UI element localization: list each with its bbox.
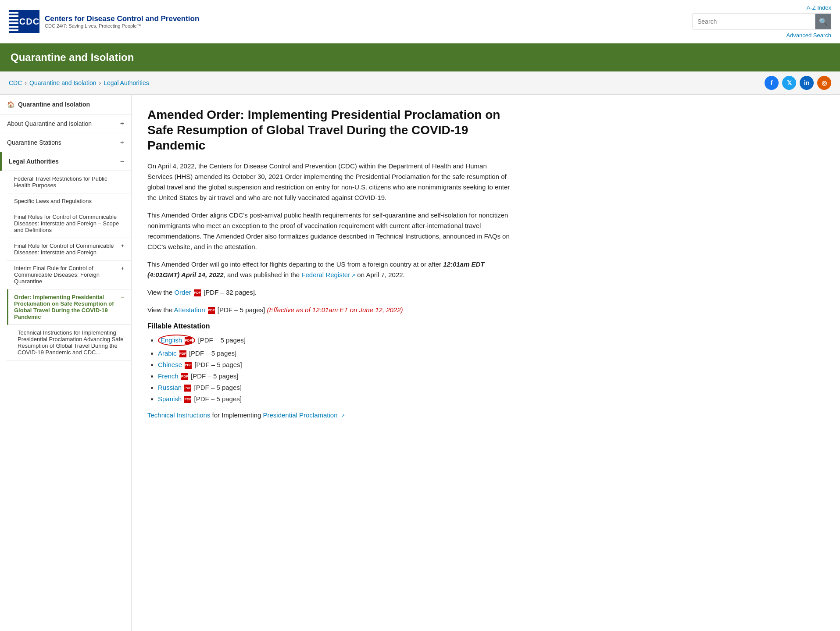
pdf-icon-chinese: PDF — [185, 362, 192, 369]
order-link[interactable]: Order — [174, 289, 191, 296]
content-area: Amended Order: Implementing Presidential… — [132, 95, 526, 631]
sidebar-sub-item-interim[interactable]: Interim Final Rule for Control of Commun… — [7, 260, 131, 289]
sidebar-sub-item-specific[interactable]: Specific Laws and Regulations — [7, 193, 131, 209]
ext-icon-federal: ↗ — [351, 272, 355, 280]
sidebar-sub-item-final-rule[interactable]: Final Rule for Control of Communicable D… — [7, 238, 131, 260]
minus-icon-order: − — [121, 294, 124, 300]
pdf-icon-arabic: PDF — [179, 350, 186, 357]
facebook-icon[interactable]: f — [765, 76, 779, 90]
plus-icon-final-rule: + — [121, 242, 124, 249]
sidebar-sub-item-final-rules[interactable]: Final Rules for Control of Communicable … — [7, 209, 131, 238]
twitter-icon[interactable]: 𝕏 — [782, 76, 796, 90]
sidebar-item-about[interactable]: About Quarantine and Isolation + — [0, 114, 131, 133]
sidebar-legal-label: Legal Authorities — [9, 158, 59, 165]
english-detail: [PDF – 5 pages] — [198, 336, 246, 344]
content-para3: This Amended Order will go into effect f… — [147, 259, 511, 280]
spanish-link[interactable]: Spanish — [158, 395, 182, 403]
sidebar: 🏠 Quarantine and Isolation About Quarant… — [0, 95, 132, 631]
pdf-icon-french: PDF — [181, 373, 188, 380]
search-input[interactable] — [693, 14, 815, 29]
org-name: Centers for Disease Control and Preventi… — [45, 14, 199, 23]
org-tagline: CDC 24/7: Saving Lives, Protecting Peopl… — [45, 23, 199, 29]
sidebar-final-rule-label: Final Rule for Control of Communicable D… — [14, 242, 121, 256]
sidebar-interim-label: Interim Final Rule for Control of Commun… — [14, 265, 121, 285]
sidebar-item-home[interactable]: 🏠 Quarantine and Isolation — [0, 95, 131, 114]
breadcrumb-section[interactable]: Quarantine and Isolation — [29, 79, 97, 86]
sidebar-federal-label: Federal Travel Restrictions for Public H… — [14, 175, 124, 189]
linkedin-icon[interactable]: in — [800, 76, 814, 90]
breadcrumb: CDC › Quarantine and Isolation › Legal A… — [9, 79, 149, 86]
fillable-list: English PDF [PDF – 5 pages] Arabic PDF [… — [147, 335, 511, 403]
rss-icon[interactable]: ◎ — [817, 76, 831, 90]
cdc-logo: CDC — [9, 10, 39, 33]
technical-instructions-link[interactable]: Technical Instructions — [147, 411, 210, 419]
attestation-label: View the — [147, 306, 174, 314]
spanish-detail: [PDF – 5 pages] — [194, 395, 242, 403]
sidebar-about-label: About Quarantine and Isolation — [7, 120, 92, 127]
sidebar-item-stations[interactable]: Quarantine Stations + — [0, 133, 131, 152]
az-index-link[interactable]: A-Z Index — [807, 4, 831, 11]
sidebar-sub-items: Federal Travel Restrictions for Public H… — [0, 171, 131, 360]
order-label: View the — [147, 289, 174, 296]
minus-icon-legal: − — [120, 157, 124, 165]
breadcrumb-bar: CDC › Quarantine and Isolation › Legal A… — [0, 71, 840, 95]
plus-icon-interim: + — [121, 265, 124, 271]
arabic-link[interactable]: Arabic — [158, 349, 177, 357]
logo-text: Centers for Disease Control and Preventi… — [45, 14, 199, 29]
fillable-title: Fillable Attestation — [147, 322, 511, 330]
breadcrumb-sep2: › — [99, 79, 101, 86]
search-row: 🔍 — [693, 14, 831, 29]
sidebar-specific-label: Specific Laws and Regulations — [14, 198, 92, 204]
pdf-icon-spanish: PDF — [184, 396, 191, 403]
english-link[interactable]: English — [161, 336, 182, 344]
search-button[interactable]: 🔍 — [815, 14, 831, 29]
breadcrumb-sep1: › — [25, 79, 27, 86]
french-link[interactable]: French — [158, 372, 179, 380]
plus-icon-about: + — [120, 120, 124, 128]
sidebar-order-label: Order: Implementing Presidential Proclam… — [14, 294, 121, 320]
russian-detail: [PDF – 5 pages] — [194, 384, 242, 391]
french-detail: [PDF – 5 pages] — [191, 372, 238, 380]
attestation-link[interactable]: Attestation — [174, 306, 205, 314]
pdf-icon-order: PDF — [194, 289, 201, 296]
header-right: A-Z Index 🔍 Advanced Search — [693, 4, 831, 39]
english-circle: English PDF — [158, 335, 195, 346]
list-item-spanish: Spanish PDF [PDF – 5 pages] — [158, 395, 511, 403]
home-icon: 🏠 — [7, 101, 14, 108]
banner-title: Quarantine and Isolation — [11, 51, 134, 63]
sidebar-stations-label: Quarantine Stations — [7, 139, 61, 146]
chinese-detail: [PDF – 5 pages] — [194, 361, 242, 368]
advanced-search-link[interactable]: Advanced Search — [786, 32, 831, 39]
content-para2: This Amended Order aligns CDC's post-arr… — [147, 210, 511, 252]
presidential-proclamation-link[interactable]: Presidential Proclamation — [263, 411, 337, 419]
attestation-line: View the Attestation PDF [PDF – 5 pages]… — [147, 305, 511, 315]
para3-end: on April 7, 2022. — [355, 271, 405, 278]
list-item-russian: Russian PDF [PDF – 5 pages] — [158, 384, 511, 392]
ext-icon-presidential: ↗ — [341, 412, 345, 420]
sidebar-sub-sub-item-technical[interactable]: Technical Instructions for Implementing … — [7, 325, 131, 360]
plus-icon-stations: + — [120, 139, 124, 146]
sidebar-final-rules-label: Final Rules for Control of Communicable … — [14, 214, 124, 233]
russian-link[interactable]: Russian — [158, 384, 182, 391]
pdf-icon-attestation: PDF — [208, 307, 215, 314]
chinese-link[interactable]: Chinese — [158, 361, 182, 368]
fillable-section: Fillable Attestation English PDF [PDF – … — [147, 322, 511, 421]
sidebar-item-legal[interactable]: Legal Authorities − — [0, 152, 131, 171]
logo-area: CDC Centers for Disease Control and Prev… — [9, 10, 199, 33]
federal-register-link[interactable]: Federal Register↗ — [301, 271, 355, 278]
page-title: Amended Order: Implementing Presidential… — [147, 107, 511, 153]
arabic-detail: [PDF – 5 pages] — [189, 349, 236, 357]
order-line: View the Order PDF [PDF – 32 pages]. — [147, 287, 511, 298]
social-icons: f 𝕏 in ◎ — [765, 76, 831, 90]
list-item-arabic: Arabic PDF [PDF – 5 pages] — [158, 349, 511, 357]
site-header: CDC Centers for Disease Control and Prev… — [0, 0, 840, 43]
list-item-french: French PDF [PDF – 5 pages] — [158, 372, 511, 380]
breadcrumb-cdc[interactable]: CDC — [9, 79, 22, 86]
content-para1: On April 4, 2022, the Centers for Diseas… — [147, 161, 511, 203]
effective-date: (Effective as of 12:01am ET on June 12, … — [267, 306, 403, 314]
sidebar-technical-label: Technical Instructions for Implementing … — [18, 329, 123, 356]
breadcrumb-current[interactable]: Legal Authorities — [104, 79, 149, 86]
list-item-chinese: Chinese PDF [PDF – 5 pages] — [158, 361, 511, 369]
sidebar-sub-item-order[interactable]: Order: Implementing Presidential Proclam… — [7, 289, 131, 325]
sidebar-sub-item-federal[interactable]: Federal Travel Restrictions for Public H… — [7, 171, 131, 193]
